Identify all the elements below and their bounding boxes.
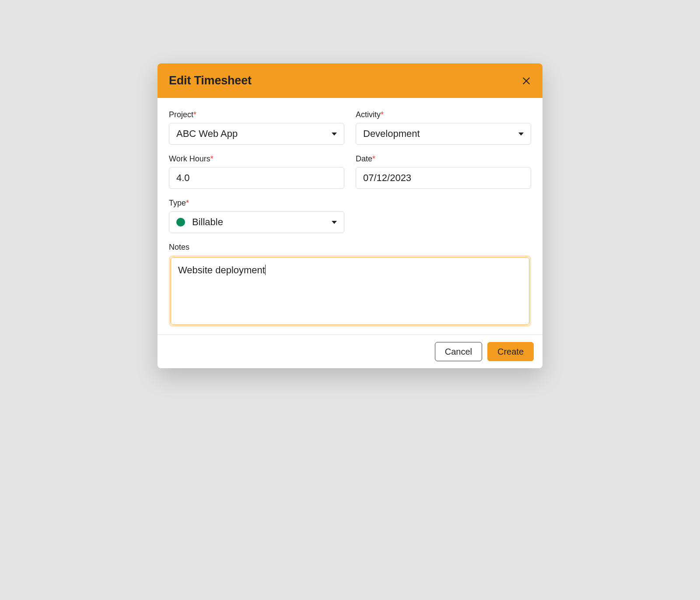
type-group: Type* Billable	[169, 199, 344, 233]
notes-value: Website deployment	[178, 265, 265, 276]
modal-body: Project* ABC Web App Activity* Developme…	[158, 98, 542, 335]
work-hours-label-text: Work Hours	[169, 154, 210, 163]
notes-textarea[interactable]: Website deployment	[171, 257, 529, 325]
modal-footer: Cancel Create	[158, 335, 542, 368]
activity-select[interactable]: Development	[356, 123, 531, 145]
required-marker: *	[186, 199, 189, 207]
notes-focus-ring: Website deployment	[169, 255, 531, 327]
work-hours-input[interactable]: 4.0	[169, 167, 344, 189]
required-marker: *	[193, 110, 196, 119]
project-select[interactable]: ABC Web App	[169, 123, 344, 145]
text-cursor-icon	[265, 265, 266, 275]
activity-label: Activity*	[356, 110, 531, 119]
project-label: Project*	[169, 110, 344, 119]
project-group: Project* ABC Web App	[169, 110, 344, 145]
modal-title: Edit Timesheet	[169, 74, 252, 87]
type-select[interactable]: Billable	[169, 211, 344, 233]
required-marker: *	[372, 154, 375, 163]
close-button[interactable]	[522, 76, 531, 86]
required-marker: *	[210, 154, 214, 163]
activity-label-text: Activity	[356, 110, 381, 119]
edit-timesheet-modal: Edit Timesheet Project* ABC Web App	[158, 63, 542, 368]
required-marker: *	[381, 110, 384, 119]
activity-value: Development	[363, 128, 420, 140]
project-label-text: Project	[169, 110, 193, 119]
notes-group: Notes Website deployment	[169, 243, 531, 327]
work-hours-group: Work Hours* 4.0	[169, 154, 344, 189]
work-hours-value: 4.0	[176, 172, 190, 184]
project-value: ABC Web App	[176, 128, 238, 140]
activity-group: Activity* Development	[356, 110, 531, 145]
caret-down-icon	[518, 133, 524, 136]
type-label-text: Type	[169, 199, 186, 207]
date-label: Date*	[356, 154, 531, 164]
type-value: Billable	[192, 216, 223, 228]
caret-down-icon	[332, 133, 337, 136]
date-group: Date* 07/12/2023	[356, 154, 531, 189]
date-label-text: Date	[356, 154, 372, 163]
create-button[interactable]: Create	[487, 342, 534, 361]
notes-label: Notes	[169, 243, 531, 252]
cancel-button[interactable]: Cancel	[435, 342, 482, 361]
date-input[interactable]: 07/12/2023	[356, 167, 531, 189]
type-label: Type*	[169, 199, 344, 208]
status-dot-icon	[176, 218, 185, 227]
date-value: 07/12/2023	[363, 172, 411, 184]
modal-header: Edit Timesheet	[158, 63, 542, 98]
work-hours-label: Work Hours*	[169, 154, 344, 164]
caret-down-icon	[332, 221, 337, 224]
close-icon	[522, 76, 531, 86]
